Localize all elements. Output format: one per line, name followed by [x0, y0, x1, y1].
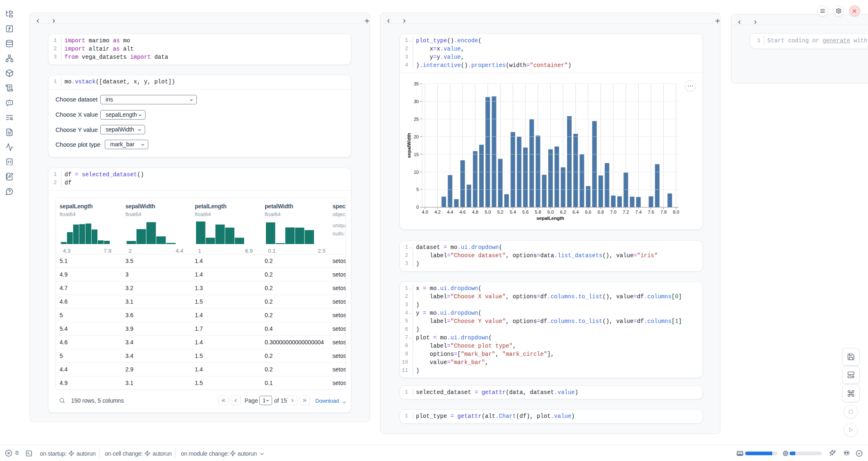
svg-text:4.8: 4.8 [472, 210, 478, 214]
svg-text:sepalLength: sepalLength [536, 216, 564, 221]
svg-text:6.6: 6.6 [585, 210, 591, 214]
svg-text:6.8: 6.8 [598, 210, 604, 214]
svg-text:5.0: 5.0 [485, 210, 491, 214]
svg-text:7.2: 7.2 [623, 210, 629, 214]
svg-text:5.4: 5.4 [510, 210, 516, 214]
svg-text:5.6: 5.6 [522, 210, 529, 214]
svg-text:7.4: 7.4 [635, 210, 642, 214]
svg-text:7.6: 7.6 [648, 210, 654, 214]
svg-text:5: 5 [416, 187, 419, 192]
svg-text:15: 15 [414, 152, 419, 157]
svg-text:4.6: 4.6 [459, 210, 466, 214]
svg-text:8.0: 8.0 [673, 210, 679, 214]
svg-text:4.4: 4.4 [447, 210, 453, 214]
svg-text:4.2: 4.2 [434, 210, 441, 214]
svg-text:7.0: 7.0 [610, 210, 616, 214]
svg-text:25: 25 [414, 117, 419, 122]
svg-text:0: 0 [416, 205, 419, 210]
svg-text:6.4: 6.4 [573, 210, 579, 214]
svg-text:sepalWidth: sepalWidth [406, 133, 411, 158]
svg-text:35: 35 [414, 81, 419, 86]
svg-text:10: 10 [414, 170, 419, 175]
svg-text:6.0: 6.0 [547, 210, 554, 214]
svg-text:5.8: 5.8 [535, 210, 541, 214]
svg-text:7.8: 7.8 [660, 210, 667, 214]
svg-text:4.0: 4.0 [422, 210, 428, 214]
svg-text:6.2: 6.2 [560, 210, 566, 214]
svg-text:5.2: 5.2 [497, 210, 503, 214]
svg-text:30: 30 [414, 99, 419, 104]
svg-text:20: 20 [414, 134, 419, 139]
